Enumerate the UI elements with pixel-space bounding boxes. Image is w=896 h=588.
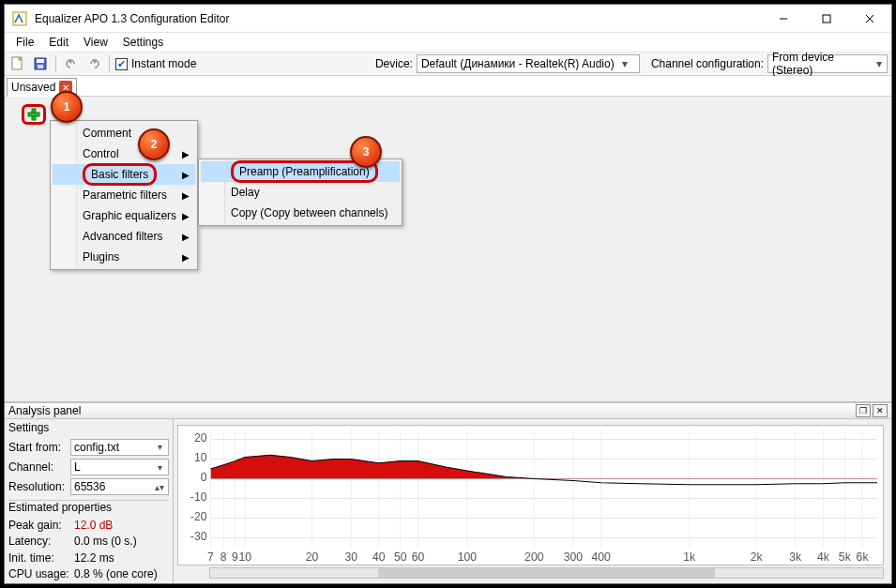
- menu-item-basic-filters[interactable]: Basic filters▶: [53, 164, 195, 185]
- svg-text:9: 9: [232, 550, 238, 564]
- submenu-arrow-icon: ▶: [182, 211, 190, 221]
- menu-view[interactable]: View: [76, 34, 115, 51]
- svg-rect-8: [38, 65, 43, 68]
- channel-combo[interactable]: L▾: [70, 459, 169, 475]
- init-time-value: 12.2 ms: [74, 551, 114, 565]
- resolution-label: Resolution:: [8, 480, 67, 493]
- submenu-arrow-icon: ▶: [182, 149, 190, 159]
- svg-text:-30: -30: [190, 531, 207, 544]
- peak-gain-value: 12.0 dB: [74, 519, 113, 532]
- chancfg-combo[interactable]: From device (Stereo) ▾: [767, 54, 888, 73]
- chevron-down-icon: ▾: [154, 462, 165, 473]
- svg-text:10: 10: [238, 550, 251, 564]
- context-menu-categories: Comment Control▶ Basic filters▶ Parametr…: [50, 120, 198, 270]
- app-icon: [12, 11, 27, 26]
- svg-text:5k: 5k: [839, 550, 852, 564]
- window-title: Equalizer APO 1.3 Configuration Editor: [35, 12, 762, 25]
- close-button[interactable]: [848, 5, 891, 32]
- panel-close-button[interactable]: ✕: [873, 404, 888, 417]
- svg-text:-20: -20: [190, 511, 207, 524]
- menu-item-plugins[interactable]: Plugins▶: [53, 247, 195, 267]
- svg-rect-0: [13, 12, 26, 25]
- svg-text:2k: 2k: [751, 550, 764, 564]
- submenu-arrow-icon: ▶: [182, 252, 190, 263]
- tabstrip: Unsaved ✕: [5, 76, 891, 97]
- svg-text:200: 200: [524, 550, 544, 564]
- init-time-label: Init. time:: [8, 551, 74, 565]
- channel-label: Channel:: [8, 460, 67, 474]
- minimize-button[interactable]: [762, 5, 805, 32]
- maximize-button[interactable]: [805, 5, 848, 32]
- analysis-panel-title: Analysis panel: [8, 404, 81, 417]
- svg-text:60: 60: [412, 550, 425, 564]
- chevron-down-icon: ▾: [873, 57, 885, 70]
- svg-text:8: 8: [220, 550, 227, 564]
- svg-text:100: 100: [458, 550, 478, 564]
- undo-button[interactable]: [62, 54, 81, 73]
- chancfg-value: From device (Stereo): [772, 51, 869, 77]
- spinner-icon: ▴▾: [154, 482, 165, 492]
- svg-text:20: 20: [194, 432, 207, 445]
- analysis-panel-header: Analysis panel ❐ ✕: [5, 402, 891, 419]
- svg-text:1k: 1k: [683, 550, 696, 564]
- analysis-settings: Settings Start from: config.txt▾ Channel…: [5, 419, 174, 583]
- menubar: File Edit View Settings: [5, 33, 891, 52]
- svg-text:400: 400: [591, 550, 611, 564]
- menu-item-comment[interactable]: Comment: [53, 123, 195, 143]
- save-button[interactable]: [31, 54, 50, 73]
- analysis-panel: Settings Start from: config.txt▾ Channel…: [5, 419, 891, 583]
- callout-1: 1: [51, 91, 83, 123]
- svg-text:6k: 6k: [857, 550, 870, 564]
- peak-gain-label: Peak gain:: [8, 519, 74, 532]
- callout-3: 3: [350, 136, 382, 168]
- cpu-usage-label: CPU usage:: [8, 567, 74, 580]
- start-from-label: Start from:: [8, 441, 67, 454]
- svg-text:7: 7: [207, 550, 214, 564]
- est-title: Estimated properties: [8, 500, 169, 516]
- menu-file[interactable]: File: [8, 34, 41, 51]
- svg-rect-7: [37, 59, 44, 63]
- start-from-combo[interactable]: config.txt▾: [70, 439, 169, 456]
- menu-item-graphic-equalizers[interactable]: Graphic equalizers▶: [53, 205, 195, 226]
- add-filter-button[interactable]: [22, 104, 46, 125]
- device-combo[interactable]: Default (Динамики - Realtek(R) Audio) ▾: [417, 54, 640, 73]
- device-value: Default (Динамики - Realtek(R) Audio): [421, 57, 615, 70]
- context-menu-basic-filters: Preamp (Preamplification) Delay Copy (Co…: [198, 158, 402, 226]
- svg-text:4k: 4k: [817, 550, 830, 564]
- chart-scrollbar[interactable]: [209, 567, 884, 579]
- menu-item-advanced-filters[interactable]: Advanced filters▶: [53, 226, 195, 247]
- titlebar: Equalizer APO 1.3 Configuration Editor: [5, 5, 891, 33]
- submenu-arrow-icon: ▶: [182, 190, 190, 201]
- redo-button[interactable]: [84, 54, 103, 73]
- menu-settings[interactable]: Settings: [115, 34, 171, 51]
- analysis-chart-area: -30-20-100102078910203040506010020030040…: [174, 419, 891, 583]
- menu-item-control[interactable]: Control▶: [53, 143, 195, 164]
- panel-undock-button[interactable]: ❐: [856, 404, 871, 417]
- new-file-button[interactable]: [8, 54, 27, 73]
- cpu-usage-value: 0.8 % (one core): [74, 567, 158, 580]
- latency-label: Latency:: [8, 535, 74, 548]
- svg-rect-2: [823, 15, 830, 23]
- latency-value: 0.0 ms (0 s.): [74, 535, 137, 548]
- svg-text:50: 50: [394, 550, 407, 564]
- menu-edit[interactable]: Edit: [41, 34, 76, 51]
- chevron-down-icon: ▾: [618, 57, 631, 70]
- svg-text:30: 30: [344, 550, 357, 564]
- svg-rect-10: [28, 113, 39, 116]
- svg-text:0: 0: [201, 472, 207, 485]
- app-window: Equalizer APO 1.3 Configuration Editor F…: [4, 4, 892, 584]
- settings-title: Settings: [8, 421, 169, 436]
- analysis-chart[interactable]: -30-20-100102078910203040506010020030040…: [177, 425, 884, 565]
- callout-2: 2: [138, 128, 170, 160]
- submenu-arrow-icon: ▶: [182, 232, 190, 242]
- toolbar: Instant mode Device: Default (Динамики -…: [5, 52, 891, 76]
- menu-item-delay[interactable]: Delay: [201, 182, 400, 203]
- resolution-spinner[interactable]: 65536▴▾: [70, 478, 169, 495]
- editor-area: 1 2 3 Comment Control▶ Basic filters▶ Pa…: [5, 97, 891, 402]
- svg-text:3k: 3k: [789, 550, 802, 564]
- svg-text:40: 40: [372, 550, 386, 564]
- menu-item-copy[interactable]: Copy (Copy between channels): [201, 203, 400, 223]
- instant-mode-checkbox[interactable]: [115, 58, 128, 70]
- menu-item-parametric-filters[interactable]: Parametric filters▶: [53, 185, 195, 205]
- plus-icon: [27, 108, 40, 121]
